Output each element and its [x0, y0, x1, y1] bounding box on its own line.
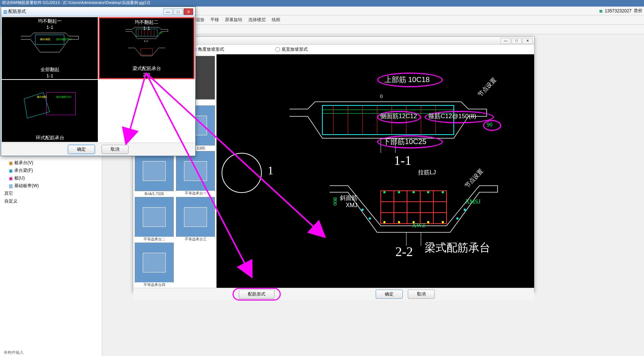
thumb-unequal-2[interactable]: 不等边承台二	[135, 197, 174, 237]
tree-node-other[interactable]: 其它	[3, 190, 100, 197]
rebar-form-button[interactable]: 配筋形式	[239, 290, 275, 299]
svg-text:1-1: 1-1	[144, 40, 147, 43]
thumb-unequal-1[interactable]: 不等边承台一	[176, 151, 215, 191]
svg-point-22	[413, 191, 415, 193]
svg-text:纵向钢筋YGJ: 纵向钢筋YGJ	[56, 96, 72, 98]
popup-close-button[interactable]: ✕	[184, 8, 193, 15]
svg-point-26	[398, 221, 400, 223]
svg-point-23	[427, 191, 429, 193]
popup-title-text: 配筋形式	[8, 8, 26, 15]
label-beam-type-cap: 梁式配筋承台	[425, 240, 490, 255]
label-h800: 800	[332, 197, 338, 206]
label-tie: 拉筋LJ	[418, 169, 436, 177]
app-title-text: 联达BIM钢筋算量软件 GGJ2013 - [C:\Users\Administ…	[2, 0, 150, 5]
thumb-unequal-4[interactable]: 不等边承台四	[135, 243, 174, 283]
user-phone: 13573232027	[605, 8, 632, 13]
svg-text:横向钢筋: 横向钢筋	[37, 96, 47, 98]
close-button[interactable]: ✕	[522, 38, 533, 44]
tool-wireframe[interactable]: 线框	[270, 16, 282, 24]
svg-point-29	[442, 221, 444, 223]
svg-rect-47	[141, 49, 153, 55]
tool-screen-rotate[interactable]: 屏幕旋转	[223, 16, 244, 24]
svg-point-24	[442, 191, 444, 193]
maximize-button[interactable]: □	[511, 38, 522, 44]
label-big-1: 1	[268, 164, 273, 177]
label-slope: 斜面筋XMJ	[340, 194, 357, 209]
section-preview: 1 上部筋 10C18 侧面筋12C12 箍筋C12@150(8) 90 下部筋…	[216, 54, 534, 288]
thumb-unequal-3[interactable]: 不等边承台三	[176, 197, 215, 237]
popup-option-3[interactable]: 横向钢筋纵向钢筋YGJ 环式配筋承台	[2, 80, 98, 142]
svg-text:纵向钢筋YGJ: 纵向钢筋YGJ	[56, 38, 72, 40]
label-angle-90: 90	[487, 121, 492, 128]
tree-node-pile-cap[interactable]: ▣桩承台(V)	[3, 159, 100, 167]
ok-button[interactable]: 确定	[376, 290, 403, 299]
circle-marker	[222, 153, 262, 193]
dialog-button-row: 配筋形式 确定 取消	[133, 288, 534, 300]
user-tail: 造价	[634, 8, 643, 14]
label-xwz: XWZ	[412, 222, 425, 229]
tree-node-foundation-strip[interactable]: ▥基础板带(W)	[3, 182, 100, 190]
popup-ok-button[interactable]: 确定	[68, 145, 95, 154]
tool-pan[interactable]: 平移	[209, 16, 221, 24]
label-stirrup: 箍筋C12@150(8)	[428, 112, 476, 120]
popup-option-1[interactable]: 均不翻起一1-1 横向钢筋纵向钢筋YGJ 全部翻起1-1	[2, 17, 98, 79]
svg-point-25	[383, 221, 386, 223]
section-2-2-svg	[326, 175, 501, 248]
popup-titlebar[interactable]: ▥ 配筋形式 — □ ✕	[1, 7, 195, 16]
popup-cancel-button[interactable]: 取消	[101, 145, 129, 154]
label-section-1-1: 1-1	[394, 153, 411, 168]
svg-text:横向钢筋: 横向钢筋	[40, 38, 50, 41]
thumb-ratio-b[interactable]: B=A/1.7326	[135, 151, 174, 191]
app-title-bar: 联达BIM钢筋算量软件 GGJ2013 - [C:\Users\Administ…	[0, 0, 644, 7]
radio-bottom-width-slope[interactable]: 底宽放坡形式	[275, 46, 308, 53]
minimize-button[interactable]: —	[501, 38, 511, 44]
svg-point-33	[464, 209, 466, 211]
svg-rect-13	[381, 191, 446, 224]
svg-point-32	[456, 217, 459, 220]
radio-angle-slope[interactable]: 角度放坡形式	[192, 46, 224, 53]
label-section-2-2: 2-2	[395, 244, 413, 259]
popup-option-2-selected[interactable]: 均不翻起二1-1 1-1 YGJ 梁式配筋承台2-2	[99, 17, 195, 79]
svg-point-30	[361, 209, 364, 211]
rebar-form-button-highlight: 配筋形式	[233, 288, 281, 301]
svg-text:YGJ: YGJ	[159, 32, 162, 34]
label-side-rebar: 侧面筋12C12	[380, 112, 417, 120]
svg-point-20	[383, 191, 386, 193]
tree-node-custom[interactable]: 自定义	[3, 197, 100, 205]
popup-option-empty	[99, 80, 195, 142]
svg-point-21	[398, 191, 400, 193]
rebar-form-popup: ▥ 配筋形式 — □ ✕ 均不翻起一1-1 横向钢筋纵向钢筋YGJ 全部翻起1-…	[1, 7, 196, 156]
label-top-rebar: 上部筋 10C18	[384, 75, 430, 85]
popup-maximize-button[interactable]: □	[173, 8, 183, 15]
tree-node-cap-beam[interactable]: ▣承台梁(F)	[3, 167, 100, 174]
tool-zoom[interactable]: 缩放	[194, 16, 206, 24]
popup-minimize-button[interactable]: —	[163, 8, 173, 15]
cancel-button[interactable]: 取消	[408, 290, 435, 299]
footer-single-input[interactable]: 单构件输入	[1, 349, 26, 356]
label-xmsj: XMSJ	[465, 198, 480, 205]
svg-point-31	[369, 217, 371, 220]
popup-footer: 确定 取消	[1, 143, 195, 156]
tool-select-floor[interactable]: 选择楼层	[247, 16, 267, 24]
tree-node-pile[interactable]: ▣桩(U)	[3, 174, 100, 182]
svg-point-28	[427, 221, 429, 223]
label-zero: 0	[380, 94, 383, 100]
user-icon: ◼	[599, 8, 603, 13]
popup-icon: ▥	[3, 9, 7, 14]
label-bottom-rebar: 下部筋10C25	[383, 137, 426, 147]
